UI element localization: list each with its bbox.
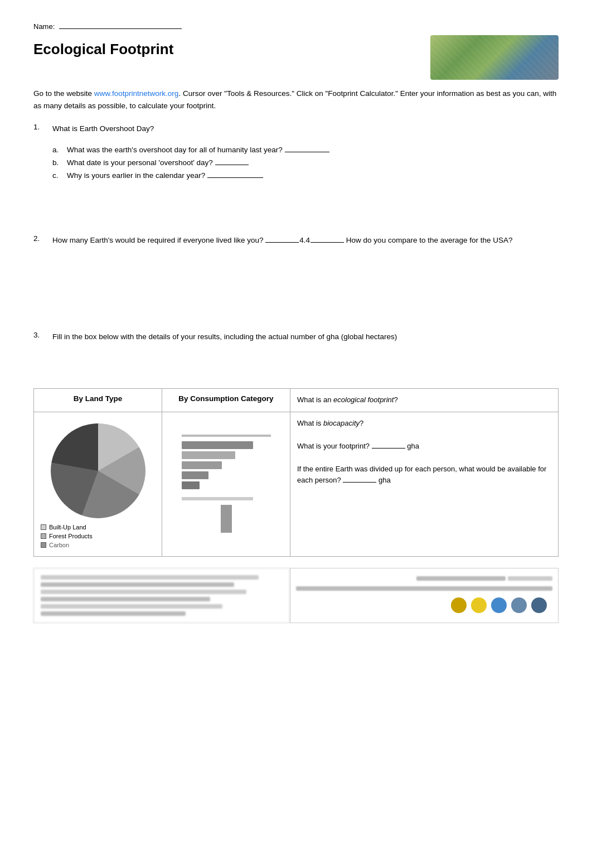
- bottom-section: [33, 568, 559, 623]
- q1b-label: b.: [52, 158, 61, 167]
- bar-single-accent: [221, 505, 232, 533]
- legend-color-2: [41, 533, 46, 539]
- q2-blank1: [265, 242, 299, 243]
- question-3: 3. Fill in the box below with the detail…: [33, 331, 559, 344]
- biocapacity-question: What is biocapacity?: [297, 418, 551, 430]
- q1c-blank: [207, 177, 263, 178]
- circle-3: [491, 597, 507, 613]
- earth-label: If the entire Earth was divided up for e…: [297, 465, 546, 485]
- spacer-3: [33, 297, 559, 331]
- bar-4: [182, 471, 208, 479]
- q1b-blank: [215, 165, 249, 165]
- intro-paragraph: Go to the website www.footprintnetwork.o…: [33, 88, 559, 112]
- results-table: By Land Type By Consumption Category Wha…: [33, 388, 559, 557]
- br-full-bar: [296, 586, 552, 591]
- blur-bar-4: [41, 597, 210, 601]
- blur-bar-6: [41, 611, 186, 616]
- question-2: 2. How many Earth's would be required if…: [33, 234, 559, 247]
- q2-continuation: How do you compare to the average for th…: [346, 236, 513, 244]
- bottom-right-content: [290, 568, 559, 623]
- page-title: Ecological Footprint: [33, 35, 173, 60]
- circle-4: [511, 597, 527, 613]
- bar-row-4: [182, 471, 271, 479]
- name-line: Name:: [33, 22, 559, 31]
- q2-filled-value: 4.4: [299, 236, 310, 244]
- spacer-1: [33, 201, 559, 234]
- q1-sub-a: a. What was the earth's overshoot day fo…: [52, 146, 329, 154]
- bar-5: [182, 481, 200, 489]
- consumption-chart-cell: [162, 412, 290, 557]
- q1a-blank: [285, 152, 329, 152]
- biocap-italic: biocapacity: [323, 419, 360, 427]
- q1c-label: c.: [52, 171, 61, 180]
- footprint-unit: gha: [407, 442, 419, 450]
- bar-2: [182, 451, 235, 459]
- q1-text: What is Earth Overshoot Day?: [52, 124, 154, 133]
- spacer-pre-table: [33, 360, 559, 377]
- q1b-text: What date is your personal 'overshoot' d…: [67, 158, 249, 167]
- biocap-part1: What is: [297, 419, 323, 427]
- col-land-header-cell: By Land Type: [34, 389, 162, 412]
- bar-1: [182, 441, 253, 449]
- spacer-2: [33, 264, 559, 297]
- q1-sublist: a. What was the earth's overshoot day fo…: [52, 146, 329, 180]
- q1-number: 1.: [33, 123, 46, 184]
- q2-number: 2.: [33, 234, 46, 247]
- footprint-network-link[interactable]: www.footprintnetwork.org: [94, 89, 179, 98]
- legend-item-3: Carbon: [41, 542, 155, 548]
- circle-5: [531, 597, 547, 613]
- col-info-header-cell: What is an ecological footprint?: [290, 389, 559, 412]
- bar-chart-top-line: [182, 435, 271, 437]
- name-underline: [59, 28, 182, 29]
- circle-1: [451, 597, 467, 613]
- q1-sub-b: b. What date is your personal 'overshoot…: [52, 158, 329, 167]
- bar-chart: [182, 423, 271, 533]
- q1a-label: a.: [52, 146, 61, 154]
- blur-bar-5: [41, 604, 222, 609]
- footprint-label: What is your footprint?: [297, 442, 370, 450]
- header-row: Ecological Footprint: [33, 35, 559, 80]
- col3-italic: ecological footprint: [333, 396, 394, 404]
- col3-header-part2: ?: [394, 396, 397, 404]
- bottom-left-text: [33, 568, 290, 623]
- col3-header-text: What is an ecological footprint?: [297, 394, 551, 406]
- name-label: Name:: [33, 22, 57, 31]
- legend-color-1: [41, 524, 46, 530]
- q2-blank2: [310, 242, 344, 243]
- footprint-blank: [372, 448, 405, 449]
- q1c-text: Why is yours earlier in the calendar yea…: [67, 171, 263, 180]
- info-cell: What is biocapacity? What is your footpr…: [290, 412, 559, 557]
- legend-item-1: Built-Up Land: [41, 524, 155, 531]
- legend-color-3: [41, 542, 46, 548]
- q1b-text-content: What date is your personal 'overshoot' d…: [67, 158, 213, 167]
- col1-header: By Land Type: [41, 394, 155, 406]
- top-blurred-bars: [296, 574, 552, 583]
- bar-row-1: [182, 441, 271, 449]
- earth-unit: gha: [379, 476, 391, 484]
- questions-list: 1. What is Earth Overshoot Day? a. What …: [33, 123, 559, 344]
- q3-text: Fill in the box below with the details o…: [52, 331, 397, 344]
- question-1: 1. What is Earth Overshoot Day? a. What …: [33, 123, 559, 184]
- bar-row-5: [182, 481, 271, 489]
- q1-sub-c: c. Why is yours earlier in the calendar …: [52, 171, 329, 180]
- circles-row: [296, 594, 552, 616]
- footprint-answer: What is your footprint? gha: [297, 441, 551, 452]
- table-header-row: By Land Type By Consumption Category Wha…: [34, 389, 559, 412]
- land-chart-cell: Built-Up Land Forest Products Carbon: [34, 412, 162, 557]
- circle-2: [471, 597, 487, 613]
- earth-divided-text: If the entire Earth was divided up for e…: [297, 464, 551, 487]
- table-data-row: Built-Up Land Forest Products Carbon: [34, 412, 559, 557]
- legend-label-2: Forest Products: [49, 533, 93, 539]
- q3-number: 3.: [33, 331, 46, 344]
- br-bar-2: [508, 576, 552, 581]
- q2-text-content: How many Earth's would be required if ev…: [52, 236, 264, 244]
- pie-chart: [51, 423, 145, 518]
- bar-3: [182, 461, 222, 469]
- biocap-part2: ?: [360, 419, 363, 427]
- info-content: What is biocapacity? What is your footpr…: [297, 418, 551, 486]
- q1a-text: What was the earth's overshoot day for a…: [67, 146, 329, 154]
- earth-blank: [343, 482, 376, 483]
- legend-label-3-placeholder: Carbon: [49, 542, 69, 548]
- q1a-text-content: What was the earth's overshoot day for a…: [67, 146, 283, 154]
- intro-part1: Go to the website: [33, 89, 94, 98]
